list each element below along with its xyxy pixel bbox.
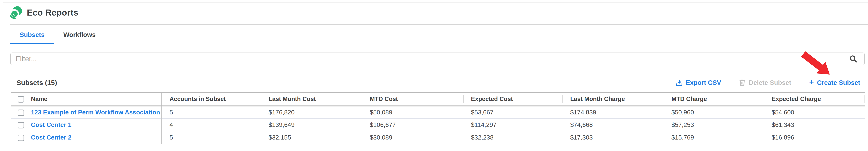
subset-link[interactable]: Cost Center 2: [31, 134, 71, 141]
mtd-charge-cell: $50,960: [664, 106, 764, 119]
select-all-checkbox[interactable]: [18, 96, 24, 102]
create-subset-button[interactable]: + Create Subset: [809, 79, 860, 87]
tab-workflows[interactable]: Workflows: [54, 28, 105, 44]
column-header-name[interactable]: Name: [31, 92, 161, 106]
mtd-charge-cell: $57,253: [664, 119, 764, 131]
accounts-cell: 5: [161, 106, 261, 119]
accounts-cell: 4: [161, 119, 261, 131]
last-month-charge-cell: $17,303: [562, 131, 664, 144]
delete-subset-button[interactable]: Delete Subset: [739, 79, 791, 86]
filter-input[interactable]: [10, 53, 865, 65]
accounts-cell: 5: [161, 131, 261, 144]
subset-link[interactable]: Cost Center 1: [31, 121, 71, 128]
plus-icon: +: [809, 78, 814, 86]
column-header-expected-cost[interactable]: Expected Cost: [463, 92, 562, 106]
table-actions: Export CSV Delete Subset + Create Subset: [676, 79, 860, 87]
last-month-cost-cell: $139,649: [261, 119, 362, 131]
expected-charge-cell: $61,343: [764, 119, 865, 131]
column-header-mtd-cost[interactable]: MTD Cost: [362, 92, 463, 106]
table-row: 123 Example of Perm Workflow Association…: [11, 106, 865, 119]
subsets-count-heading: Subsets (15): [17, 79, 57, 87]
expected-charge-cell: $54,600: [764, 106, 865, 119]
last-month-cost-cell: $176,820: [261, 106, 362, 119]
eco-logo-icon: [10, 6, 22, 19]
mtd-cost-cell: $30,089: [362, 131, 463, 144]
top-hairline: [3, 2, 868, 3]
expected-cost-cell: $32,238: [463, 131, 562, 144]
last-month-cost-cell: $32,155: [261, 131, 362, 144]
subsets-table: Name Accounts in Subset Last Month Cost …: [11, 92, 865, 144]
tab-bar: Subsets Workflows: [10, 28, 868, 44]
row-checkbox[interactable]: [18, 110, 24, 116]
table-header-row: Name Accounts in Subset Last Month Cost …: [11, 92, 865, 106]
subset-link[interactable]: 123 Example of Perm Workflow Association: [31, 109, 160, 116]
trash-icon: [739, 79, 746, 86]
export-csv-button[interactable]: Export CSV: [676, 79, 721, 86]
column-header-accounts[interactable]: Accounts in Subset: [161, 92, 261, 106]
last-month-charge-cell: $74,668: [562, 119, 664, 131]
create-subset-label: Create Subset: [817, 79, 860, 86]
column-header-expected-charge[interactable]: Expected Charge: [764, 92, 865, 106]
mtd-cost-cell: $106,677: [362, 119, 463, 131]
column-header-last-month-charge[interactable]: Last Month Charge: [562, 92, 664, 106]
row-checkbox[interactable]: [18, 122, 24, 128]
mtd-cost-cell: $50,089: [362, 106, 463, 119]
expected-charge-cell: $16,896: [764, 131, 865, 144]
delete-subset-label: Delete Subset: [749, 79, 791, 86]
app-header: Eco Reports: [0, 0, 868, 19]
column-header-last-month-cost[interactable]: Last Month Cost: [261, 92, 362, 106]
mtd-charge-cell: $15,769: [664, 131, 764, 144]
header-divider: [10, 24, 868, 25]
export-csv-label: Export CSV: [686, 79, 721, 86]
filter-bar: [10, 53, 865, 65]
row-checkbox[interactable]: [18, 135, 24, 141]
download-icon: [676, 79, 683, 86]
last-month-charge-cell: $174,839: [562, 106, 664, 119]
expected-cost-cell: $114,297: [463, 119, 562, 131]
expected-cost-cell: $53,667: [463, 106, 562, 119]
section-row: Subsets (15) Export CSV Delete Subset + …: [17, 78, 860, 88]
tab-subsets[interactable]: Subsets: [10, 28, 54, 44]
page-title: Eco Reports: [27, 8, 79, 18]
search-icon[interactable]: [849, 55, 857, 63]
table-row: Cost Center 2 5 $32,155 $30,089 $32,238 …: [11, 131, 865, 144]
column-header-mtd-charge[interactable]: MTD Charge: [664, 92, 764, 106]
table-row: Cost Center 1 4 $139,649 $106,677 $114,2…: [11, 119, 865, 131]
